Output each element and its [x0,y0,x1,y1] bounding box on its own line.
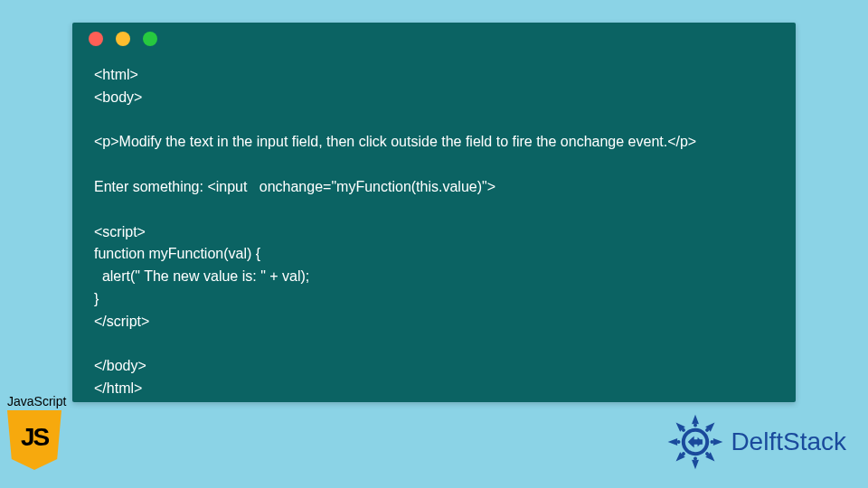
svg-marker-10 [688,437,693,447]
svg-point-1 [693,424,697,427]
javascript-badge: JavaScript JS [7,394,66,470]
svg-point-3 [711,440,714,444]
delftstack-logo-icon [665,412,725,472]
svg-point-7 [677,440,681,444]
code-body: <html> <body> <p>Modify the text in the … [72,55,796,418]
javascript-label: JavaScript [7,394,66,408]
window-dot-close-icon [89,32,103,46]
window-dot-minimize-icon [116,32,130,46]
code-window: <html> <body> <p>Modify the text in the … [72,23,796,402]
javascript-shield-icon: JS [7,410,61,470]
svg-point-5 [693,457,697,461]
window-titlebar [72,23,796,55]
brand-name: DelftStack [731,427,846,456]
javascript-shield-text: JS [21,423,48,452]
svg-marker-11 [698,437,703,447]
brand-footer: DelftStack [665,412,846,472]
window-dot-zoom-icon [143,32,157,46]
